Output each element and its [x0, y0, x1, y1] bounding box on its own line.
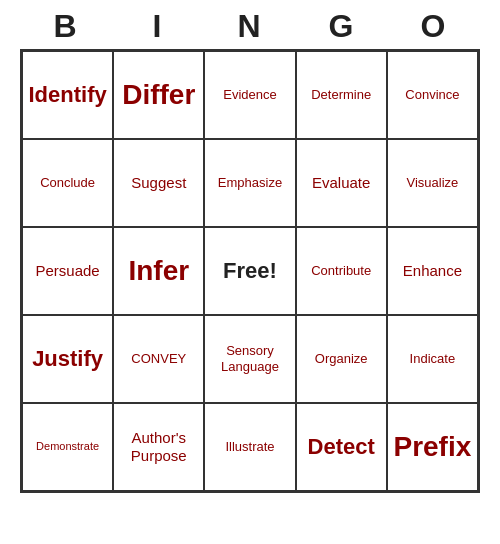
header-b: B	[20, 8, 112, 45]
bingo-cell-24: Prefix	[387, 403, 478, 491]
bingo-cell-11: Infer	[113, 227, 204, 315]
header-n: N	[204, 8, 296, 45]
bingo-cell-12: Free!	[204, 227, 295, 315]
bingo-cell-21: Author's Purpose	[113, 403, 204, 491]
bingo-cell-3: Determine	[296, 51, 387, 139]
bingo-cell-0: Identify	[22, 51, 113, 139]
bingo-cell-16: CONVEY	[113, 315, 204, 403]
bingo-cell-15: Justify	[22, 315, 113, 403]
bingo-cell-13: Contribute	[296, 227, 387, 315]
bingo-cell-2: Evidence	[204, 51, 295, 139]
bingo-header: B I N G O	[20, 8, 480, 45]
header-g: G	[296, 8, 388, 45]
bingo-cell-5: Conclude	[22, 139, 113, 227]
bingo-cell-18: Organize	[296, 315, 387, 403]
bingo-cell-17: Sensory Language	[204, 315, 295, 403]
bingo-cell-14: Enhance	[387, 227, 478, 315]
bingo-cell-1: Differ	[113, 51, 204, 139]
bingo-cell-7: Emphasize	[204, 139, 295, 227]
bingo-cell-4: Convince	[387, 51, 478, 139]
bingo-cell-10: Persuade	[22, 227, 113, 315]
header-o: O	[388, 8, 480, 45]
bingo-cell-20: Demonstrate	[22, 403, 113, 491]
bingo-cell-22: Illustrate	[204, 403, 295, 491]
bingo-cell-19: Indicate	[387, 315, 478, 403]
bingo-cell-6: Suggest	[113, 139, 204, 227]
bingo-grid: IdentifyDifferEvidenceDetermineConvinceC…	[20, 49, 480, 493]
bingo-cell-8: Evaluate	[296, 139, 387, 227]
header-i: I	[112, 8, 204, 45]
bingo-cell-23: Detect	[296, 403, 387, 491]
bingo-cell-9: Visualize	[387, 139, 478, 227]
